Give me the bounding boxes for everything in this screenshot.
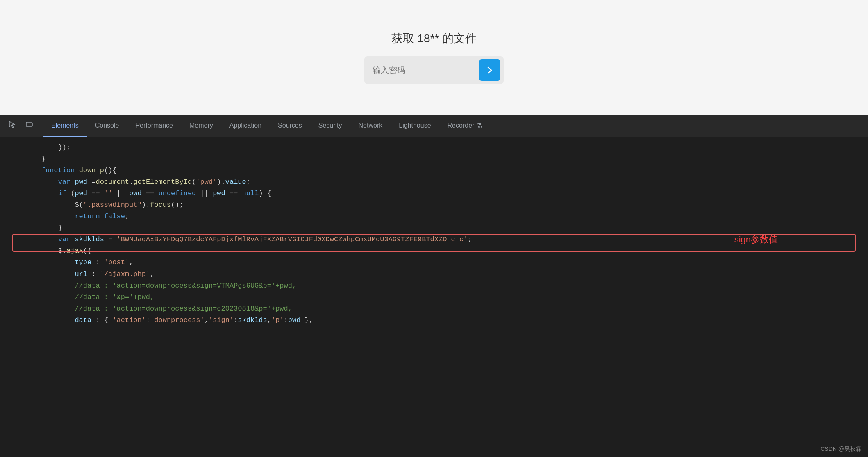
code-line: } xyxy=(0,153,868,165)
svg-rect-0 xyxy=(26,122,32,126)
arrow-right-icon xyxy=(485,65,495,75)
code-area[interactable]: }); } function down_p(){ var pwd =docume… xyxy=(0,137,868,457)
code-line: var pwd =document.getElementById('pwd').… xyxy=(0,176,868,188)
tab-memory[interactable]: Memory xyxy=(181,115,221,137)
watermark: CSDN @吴秋霖 xyxy=(820,444,861,454)
password-row xyxy=(364,56,504,84)
code-line: if (pwd == '' || pwd == undefined || pwd… xyxy=(0,188,868,199)
tab-application[interactable]: Application xyxy=(221,115,270,137)
tab-elements[interactable]: Elements xyxy=(43,115,87,137)
code-line: }); xyxy=(0,142,868,153)
code-line-skdklds: var skdklds = 'BWNUagAxBzYHDgQ7BzdcYAFpD… xyxy=(0,234,868,245)
tab-lighthouse[interactable]: Lighthouse xyxy=(391,115,439,137)
code-line: function down_p(){ xyxy=(0,165,868,176)
code-line: return false; xyxy=(0,211,868,222)
devtools-icons xyxy=(0,115,43,137)
devtools-tabs: Elements Console Performance Memory Appl… xyxy=(43,115,868,137)
code-line: url : '/ajaxm.php', xyxy=(0,269,868,280)
code-line: data : { 'action':'downprocess','sign':s… xyxy=(0,315,868,326)
page-title: 获取 18** 的文件 xyxy=(391,31,477,46)
password-input[interactable] xyxy=(373,66,479,75)
svg-rect-1 xyxy=(32,123,34,126)
highlighted-line-container: var skdklds = 'BWNUagAxBzYHDgQ7BzdcYAFpD… xyxy=(0,234,868,245)
code-line: //data : 'action=downprocess&sign=VTMAPg… xyxy=(0,280,868,292)
code-line: type : 'post', xyxy=(0,257,868,268)
tab-performance[interactable]: Performance xyxy=(127,115,181,137)
submit-button[interactable] xyxy=(479,59,500,81)
tab-console[interactable]: Console xyxy=(87,115,127,137)
code-line: $(".passwdinput").focus(); xyxy=(0,199,868,211)
tab-network[interactable]: Network xyxy=(350,115,391,137)
code-line: //data : 'action=downprocess&sign=c20230… xyxy=(0,303,868,315)
code-line: //data : '&p='+pwd, xyxy=(0,292,868,303)
tab-sources[interactable]: Sources xyxy=(270,115,310,137)
device-toggle-icon[interactable] xyxy=(24,119,36,133)
top-section: 获取 18** 的文件 xyxy=(0,0,868,115)
code-line: } xyxy=(0,222,868,234)
tab-recorder[interactable]: Recorder ⚗ xyxy=(439,115,490,137)
inspect-icon[interactable] xyxy=(7,119,19,133)
devtools-panel: Elements Console Performance Memory Appl… xyxy=(0,115,868,457)
code-line: $.ajax({ xyxy=(0,245,868,257)
devtools-toolbar: Elements Console Performance Memory Appl… xyxy=(0,115,868,137)
tab-security[interactable]: Security xyxy=(310,115,350,137)
